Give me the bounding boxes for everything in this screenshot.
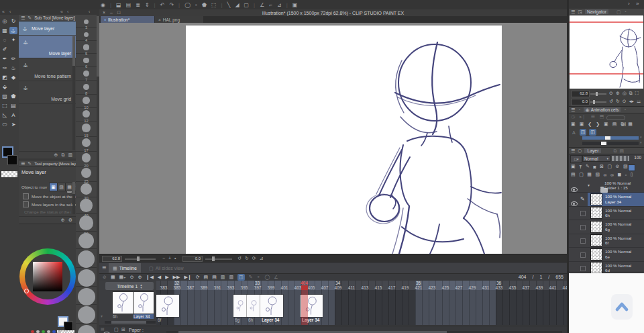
eyedropper-tool[interactable]: ✐ xyxy=(1,46,9,53)
reset-rotation-icon[interactable]: ⟳ xyxy=(252,256,256,261)
brush-size-100[interactable]: 100 xyxy=(76,287,97,305)
ruler-frame-423[interactable]: 423 xyxy=(429,285,436,290)
nav-fit-icon[interactable]: ◎ xyxy=(623,91,627,96)
brush-size-70[interactable]: 70 xyxy=(76,249,97,268)
move-layers-checkbox[interactable] xyxy=(23,201,29,207)
zoom-slider[interactable] xyxy=(125,258,156,260)
subtool-item-0[interactable]: Move layer xyxy=(19,36,76,58)
ruler-frame-393[interactable]: 393 xyxy=(227,285,235,290)
tab-timeline[interactable]: ▦ Timeline xyxy=(109,263,141,273)
timeline-tool-13[interactable]: ▥ xyxy=(221,275,225,280)
color-history-dot-4[interactable] xyxy=(52,330,56,333)
layer-tool-b-2[interactable]: ▦ xyxy=(587,172,592,177)
brush-size-80[interactable]: 80 xyxy=(76,268,97,287)
brush-size-7[interactable]: 7 xyxy=(76,67,97,81)
brush-size-25[interactable]: 25 xyxy=(76,166,97,182)
timeline-tool-9[interactable]: ▶❙ xyxy=(184,275,191,280)
layer-row-6f[interactable]: 100 % Normal6f xyxy=(569,234,644,248)
toolbar-icon-2[interactable]: ⬓ xyxy=(116,2,121,8)
ruler-frame-395[interactable]: 395 xyxy=(241,285,248,290)
delete-subtool-icon[interactable]: ▥ xyxy=(68,152,72,158)
tab-illustration[interactable]: ● Illustration* xyxy=(101,16,154,23)
subtool-item-1[interactable]: Move tone pattern xyxy=(19,58,76,81)
panel-menu-icon[interactable]: ☰ xyxy=(571,148,575,153)
brush-size-3[interactable]: 3 xyxy=(76,15,97,28)
ruler-frame-383[interactable]: 383 xyxy=(160,285,168,290)
ruler-frame-387[interactable]: 387 xyxy=(187,285,195,290)
edit-cel-thumb-0[interactable] xyxy=(113,292,133,314)
timeline-tool-0[interactable]: ⊘ xyxy=(103,275,107,280)
layer-tool-a-7[interactable]: ▨ xyxy=(623,164,628,169)
nav-zoom-handle[interactable] xyxy=(596,92,598,96)
layer-tool-a-3[interactable]: ◙ xyxy=(593,164,596,169)
nav-zoom-in-icon[interactable]: ⊕ xyxy=(616,91,620,96)
tab-close-icon[interactable]: × xyxy=(158,17,161,22)
layer-checkbox[interactable] xyxy=(580,225,586,230)
ruler-frame-415[interactable]: 415 xyxy=(375,285,382,290)
rotate-right-icon[interactable]: ↻ xyxy=(245,256,249,261)
ruler-frame-435[interactable]: 435 xyxy=(509,285,517,290)
anim-tool-b-1[interactable]: ▣ xyxy=(580,122,584,127)
ruler-frame-405[interactable]: 405 xyxy=(308,285,315,290)
paper-expand-icon[interactable]: ⊞ xyxy=(121,327,125,332)
toolbar-icon-19[interactable]: ∠ xyxy=(260,2,264,8)
ruler-frame-429[interactable]: 429 xyxy=(469,285,476,290)
layer-row-Layer 34[interactable]: ✎100 % NormalLayer 34 xyxy=(569,193,644,207)
quickaccess-tab-icon[interactable]: ◔ xyxy=(624,9,627,14)
eraser-tool[interactable]: ◩ xyxy=(1,74,9,81)
timeline-tool-14[interactable]: ▥ xyxy=(229,275,233,280)
layer-search-tab-icon[interactable]: ⧉ xyxy=(613,148,616,153)
nav-reset-icon[interactable]: ⊙ xyxy=(623,99,627,104)
ruler-frame-399[interactable]: 399 xyxy=(268,285,275,290)
toolbar-icon-11[interactable]: ▫ xyxy=(195,2,197,8)
anim-tool-a-0[interactable]: ◷ xyxy=(571,114,575,120)
flip-icon[interactable]: ⊿ xyxy=(260,256,264,261)
nav-flip-h-icon[interactable]: ◂▸ xyxy=(629,99,634,104)
ruler-frame-419[interactable]: 419 xyxy=(402,285,409,290)
brush-size-4[interactable]: 4 xyxy=(76,28,97,40)
collapse-mid2-icon[interactable]: ‹ xyxy=(67,9,68,14)
scroll-to-top-button[interactable] xyxy=(611,294,633,320)
sub-color-swatch[interactable] xyxy=(7,155,17,165)
layer-row-6h[interactable]: 100 % Normal6h xyxy=(569,206,644,220)
layer-tool-a-1[interactable]: Ŧ xyxy=(579,164,582,169)
toolbar-icon-17[interactable]: ▢ xyxy=(244,2,250,8)
toolbar-icon-8[interactable]: ↷ xyxy=(169,2,174,8)
timeline-tool-19[interactable]: ∠ xyxy=(274,275,278,280)
ruler-frame-409[interactable]: 409 xyxy=(335,285,342,290)
collapse-right-icon[interactable]: ‹ xyxy=(89,9,90,14)
layer-thumbnail-combo[interactable]: ▢▾ xyxy=(570,155,582,163)
frame-border-tool[interactable]: ⬚ xyxy=(1,102,9,109)
tab-all-sides-view[interactable]: ▢ All sides view xyxy=(145,263,188,273)
toolbar-icon-7[interactable]: ↶ xyxy=(160,2,165,8)
timeline-tool-2[interactable]: ▦₊ xyxy=(119,275,126,280)
brush-size-17[interactable]: 17 xyxy=(76,137,97,152)
layer-tool-a-5[interactable]: ▢ xyxy=(607,164,612,169)
nav-rotation-handle[interactable] xyxy=(593,100,595,104)
layer-thumbnail[interactable] xyxy=(591,235,602,246)
anim-tool-b-7[interactable]: ▦ xyxy=(628,122,633,127)
add-subtool-icon[interactable]: ⊕ xyxy=(54,152,58,158)
brush-size-5[interactable]: 5 xyxy=(76,41,97,54)
onion-prev-slider[interactable] xyxy=(582,136,639,140)
ruler-frame-439[interactable]: 439 xyxy=(536,285,543,290)
brush-tool[interactable]: ✑ xyxy=(1,64,9,72)
sv-square[interactable] xyxy=(33,262,62,291)
nav-zoom-field[interactable]: 62.8 xyxy=(571,91,590,97)
color-history-icon[interactable]: ◷ xyxy=(63,329,67,333)
timeline-tool-6[interactable]: ◀ xyxy=(158,275,161,280)
transparent-color-swatch[interactable] xyxy=(1,171,17,177)
layer-checkbox[interactable] xyxy=(580,211,586,216)
brush-size-60[interactable]: 60 xyxy=(76,232,97,250)
gradient-tool[interactable]: ▨ xyxy=(1,93,9,100)
toolbar-icon-5[interactable]: ⇕ xyxy=(145,2,150,8)
timeline-tool-11[interactable]: ▤ xyxy=(204,275,209,280)
navigator-preview[interactable] xyxy=(570,15,643,89)
layer-tool-b-7[interactable]: ▫ xyxy=(625,173,627,177)
operation-tool[interactable]: ▦ xyxy=(1,27,9,34)
layer-thumbnail[interactable] xyxy=(591,263,602,273)
layer-thumbnail[interactable] xyxy=(591,222,602,232)
fill-tool[interactable]: ⬙ xyxy=(1,83,9,91)
zoom-value-field[interactable]: 62.8 xyxy=(102,256,122,262)
auto-select-tool[interactable]: ✦ xyxy=(9,36,17,44)
